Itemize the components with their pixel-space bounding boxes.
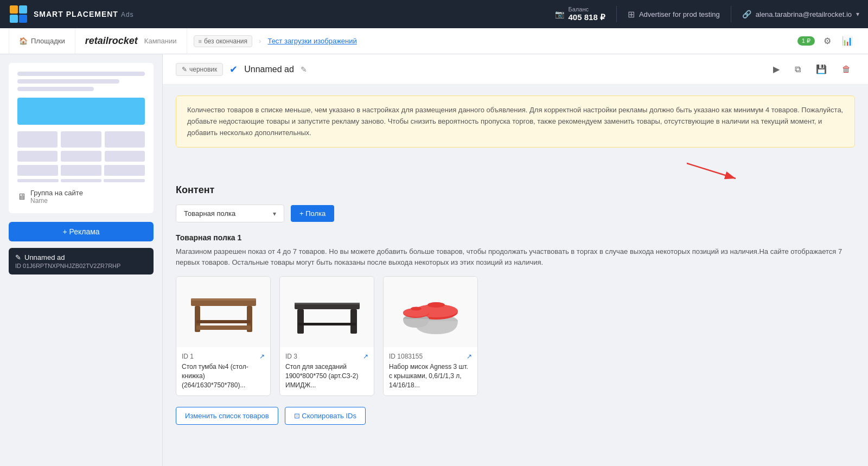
ad-list-id: ID 01J6RPTNXPNHJZB02TV2ZR7RHP — [15, 263, 147, 269]
nav-breadcrumb: ≡ без окончания › Тест загрузки изображе… — [187, 35, 363, 47]
product-card: ID 3 ↗ Стол для заседаний 1900*800*750 (… — [279, 276, 374, 395]
preview-3col-cell — [104, 165, 145, 176]
nav-bar: 🏠 Площадки retailrocket Кампании ≡ без о… — [0, 28, 868, 54]
campaign-link[interactable]: Тест загрузки изображений — [267, 37, 356, 45]
product-name: Стол тумба №4 (стол-книжка) (264/1630*75… — [182, 362, 265, 390]
preview-labels: Группа на сайте Name — [30, 189, 83, 205]
svg-rect-16 — [298, 323, 356, 325]
section-title: Контент — [176, 184, 855, 196]
draft-badge: ✎ черновик — [176, 63, 223, 76]
delete-button[interactable]: 🗑 — [838, 62, 855, 76]
logo-text: SMART PLACEMENT Ads — [34, 10, 134, 18]
nav-brand[interactable]: retailrocket Кампании — [75, 28, 187, 54]
svg-rect-3 — [19, 15, 27, 23]
shelf-title: Товарная полка 1 — [176, 233, 855, 242]
shelf-description: Магазином разрешен показ от 4 до 7 товар… — [176, 246, 855, 267]
svg-point-24 — [411, 307, 422, 311]
ad-preview: 🖥 Группа на сайте Name — [9, 63, 154, 213]
logo-icon — [9, 4, 28, 24]
group-label: Группа на сайте — [30, 189, 83, 197]
product-image — [280, 277, 374, 347]
nav-sites-label: Площадки — [31, 37, 65, 45]
preview-3col-cell — [17, 165, 58, 176]
shelf-type-dropdown[interactable]: Товарная полка ▾ — [176, 205, 284, 222]
preview-small-cell — [105, 151, 145, 162]
svg-rect-1 — [19, 5, 27, 14]
preview-blue-block — [17, 98, 145, 125]
content-controls: Товарная полка ▾ + Полка — [176, 205, 855, 222]
duplicate-button[interactable]: ⧉ — [790, 62, 805, 76]
link-icon: 🔗 — [742, 10, 751, 18]
settings-icon[interactable]: ⚙ — [821, 34, 833, 48]
warning-box: Количество товаров в списке меньше, чем … — [176, 95, 855, 148]
product-card: ID 1 ↗ Стол тумба №4 (стол-книжка) (264/… — [176, 276, 271, 395]
no-end-label: без окончания — [204, 37, 247, 45]
preview-tiny-lines — [17, 179, 145, 182]
preview-small-cell — [61, 151, 101, 162]
sidebar: 🖥 Группа на сайте Name + Реклама ✎ Unnam… — [0, 54, 163, 466]
dropdown-value: Товарная полка — [184, 209, 235, 218]
svg-rect-0 — [10, 5, 18, 14]
chevron-down-icon: ▾ — [273, 210, 276, 218]
product-grid: ID 1 ↗ Стол тумба №4 (стол-книжка) (264/… — [176, 276, 855, 395]
change-list-button[interactable]: Изменить список товаров — [176, 407, 278, 425]
balance-label: Баланс — [569, 6, 605, 12]
balance-value: 405 818 ₽ — [569, 12, 605, 22]
nav-right: 1 ₽ ⚙ 📊 — [793, 34, 859, 48]
edit-title-icon[interactable]: ✎ — [301, 65, 307, 74]
nav-campaigns-label: Кампании — [144, 37, 177, 45]
product-card: ID 1083155 ↗ Набор мисок Agness 3 шт. с … — [383, 276, 478, 395]
skeleton-line — [17, 79, 119, 84]
preview-label-row: 🖥 Группа на сайте Name — [17, 189, 145, 205]
preview-3col-cell — [61, 165, 101, 176]
ad-header-right: ▶ ⧉ 💾 🗑 — [769, 62, 855, 76]
external-link-icon[interactable]: ↗ — [363, 353, 368, 360]
product-id-label: ID 1083155 — [389, 353, 423, 360]
nav-left: 🏠 Площадки retailrocket Кампании ≡ без о… — [9, 28, 363, 54]
product-name: Стол для заседаний 1900*800*750 (арт.СЗ-… — [285, 362, 368, 390]
grid-icon: ⊞ — [628, 9, 635, 20]
content-area: ✎ черновик ✔ Unnamed ad ✎ ▶ ⧉ 💾 🗑 Количе… — [163, 54, 868, 466]
brand-name: retailrocket — [85, 35, 138, 47]
preview-grid-cell — [105, 131, 145, 148]
external-link-icon[interactable]: ↗ — [467, 353, 472, 360]
skeleton-line — [17, 87, 94, 91]
nav-sites[interactable]: 🏠 Площадки — [9, 28, 75, 54]
preview-grid-cell — [61, 131, 101, 148]
camera-icon: 📷 — [555, 10, 564, 18]
copy-ids-button[interactable]: ⊡ Скопировать IDs — [285, 407, 366, 425]
monitor-icon: 🖥 — [17, 192, 26, 202]
no-end-tag: ≡ без окончания — [194, 35, 253, 47]
top-bar-right: 📷 Баланс 405 818 ₽ ⊞ Advertiser for prod… — [555, 6, 859, 22]
add-ad-button[interactable]: + Реклама — [9, 222, 154, 241]
play-button[interactable]: ▶ — [769, 62, 784, 76]
group-name: Name — [30, 197, 83, 205]
wooden-table-svg — [188, 282, 259, 342]
svg-rect-2 — [10, 15, 18, 23]
skeleton-line — [17, 72, 145, 76]
balance-info: Баланс 405 818 ₽ — [569, 6, 605, 22]
logo-line2: PLACEMENT — [66, 10, 118, 18]
external-link-icon[interactable]: ↗ — [259, 353, 265, 360]
svg-point-20 — [427, 302, 445, 308]
product-id-row: ID 1083155 ↗ — [389, 353, 472, 360]
shelf-section: Товарная полка 1 Магазином разрешен пока… — [176, 233, 855, 424]
draft-pencil-icon: ✎ — [182, 66, 187, 73]
product-id-label: ID 3 — [285, 353, 297, 360]
advertiser-label: Advertiser for prod testing — [639, 10, 720, 18]
preview-lines — [17, 72, 145, 91]
save-button[interactable]: 💾 — [812, 62, 831, 76]
svg-rect-10 — [196, 320, 251, 323]
logo-line1: SMART — [34, 10, 63, 18]
svg-line-5 — [687, 163, 736, 178]
stats-icon[interactable]: 📊 — [840, 34, 855, 48]
draft-label: черновик — [189, 66, 217, 73]
content-body: Количество товаров в списке меньше, чем … — [163, 85, 868, 449]
add-shelf-button[interactable]: + Полка — [291, 205, 334, 222]
ad-list-item[interactable]: ✎ Unnamed ad ID 01J6RPTNXPNHJZB02TV2ZR7R… — [9, 248, 154, 275]
top-bar: SMART PLACEMENT Ads 📷 Баланс 405 818 ₽ ⊞… — [0, 0, 868, 28]
preview-small-cell — [17, 151, 58, 162]
main-layout: 🖥 Группа на сайте Name + Реклама ✎ Unnam… — [0, 54, 868, 466]
action-buttons: Изменить список товаров ⊡ Скопировать ID… — [176, 407, 855, 425]
product-name: Набор мисок Agness 3 шт. с крышками, 0,6… — [389, 362, 472, 390]
